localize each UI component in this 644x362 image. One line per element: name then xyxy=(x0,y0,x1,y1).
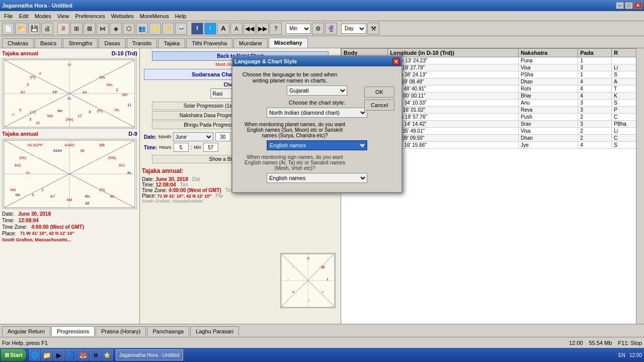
day-input[interactable] xyxy=(215,132,230,141)
chart2-sub: D-9 xyxy=(128,131,137,137)
tb-save[interactable]: 💾 xyxy=(28,23,40,35)
dialog-close-button[interactable]: ✕ xyxy=(392,58,399,65)
tab-laghu-parasari[interactable]: Laghu Parasari xyxy=(190,326,239,336)
cancel-button[interactable]: Cancel xyxy=(364,100,394,111)
ta-pla-abbr: Pla xyxy=(215,193,222,199)
long-11: 24 Li 35' 49.01" xyxy=(388,128,519,135)
svg-text:A1A4: A1A4 xyxy=(53,149,62,152)
ql-folder[interactable]: 📁 xyxy=(41,349,52,360)
ql-app2[interactable]: ⭐ xyxy=(102,349,113,360)
time-field-label: Time: xyxy=(144,145,157,150)
min-input[interactable] xyxy=(203,143,218,152)
dialog-title: Language & Chart Style xyxy=(234,58,297,64)
nak-8: Reva xyxy=(519,107,578,114)
tb-text2[interactable]: A xyxy=(230,23,243,35)
tb-astro5[interactable]: 🔮 xyxy=(325,23,337,35)
menu-websites[interactable]: Websites xyxy=(108,12,137,20)
menu-help[interactable]: Help xyxy=(172,12,190,20)
tb-fb[interactable]: f xyxy=(191,23,203,35)
svg-text:♀: ♀ xyxy=(287,278,289,281)
tab-tajaka[interactable]: Tajaka xyxy=(158,38,185,48)
menu-preferences[interactable]: Preferences xyxy=(72,12,108,20)
tab-strengths[interactable]: Strengths xyxy=(63,38,98,48)
start-button[interactable]: ⊞ Start xyxy=(1,349,26,361)
svg-text:A6₂: A6₂ xyxy=(107,83,112,86)
chart1-title: Tajaka annual xyxy=(2,50,38,56)
tb-chart5[interactable]: ⬡ xyxy=(123,23,135,35)
svg-text:12: 12 xyxy=(36,121,40,125)
long-7: 12 Sc 34' 10.33" xyxy=(388,100,519,107)
minimize-button[interactable]: ─ xyxy=(616,2,624,9)
chart1-sub: D-10 (Trd) xyxy=(112,50,137,56)
tb-print[interactable]: 🖨 xyxy=(41,23,53,35)
vertical-scrollbar[interactable] xyxy=(636,48,644,336)
tab-miscellany[interactable]: Miscellany xyxy=(269,38,308,48)
pada-10: 3 xyxy=(578,121,612,128)
ql-firefox[interactable]: 🦊 xyxy=(77,349,89,360)
tb-settings[interactable]: ⚒ xyxy=(367,23,379,35)
tab-mundane[interactable]: Mundane xyxy=(233,38,268,48)
help-text: For Help, press F1 xyxy=(2,340,48,346)
tb-help[interactable]: ? xyxy=(270,23,282,35)
tb-tw[interactable]: t xyxy=(204,23,216,35)
dialog-body: OK Cancel Choose the language to be used… xyxy=(232,66,401,192)
planet-names-select[interactable]: English names Sanskrit names xyxy=(267,140,367,150)
tab-panchaanga[interactable]: Panchaanga xyxy=(147,326,189,336)
svg-text:(ශ): (ශ) xyxy=(30,110,36,114)
tb-people[interactable]: 👥 xyxy=(136,23,148,35)
tab-dasas[interactable]: Dasas xyxy=(99,38,125,48)
quick-launch: 🌐 📁 ▶ 🔵 🦊 🖥 ⭐ xyxy=(27,349,115,360)
nak-5: Rohi xyxy=(519,85,578,93)
chart2-title: Tajaka annual xyxy=(2,131,38,137)
language-select[interactable]: Gujarati English Sanskrit Hindi Tamil xyxy=(287,85,347,96)
tab-tithi-pravesha[interactable]: Tithi Pravesha xyxy=(186,38,232,48)
tb-fwd[interactable]: ▶▶ xyxy=(257,23,269,35)
tab-chakras[interactable]: Chakras xyxy=(2,38,34,48)
f11-display: F11: Stop xyxy=(618,340,642,346)
menu-view[interactable]: View xyxy=(54,12,72,20)
tb-back[interactable]: ◀◀ xyxy=(244,23,256,35)
planet-names-prompt: When mentioning planet names, do you wan… xyxy=(239,122,350,138)
hours-input[interactable] xyxy=(174,143,189,152)
tb-open[interactable]: 📂 xyxy=(15,23,27,35)
ql-chrome[interactable]: 🔵 xyxy=(65,349,76,360)
ok-button[interactable]: OK xyxy=(364,86,394,98)
tb-astro1[interactable]: 🌟 xyxy=(149,23,161,35)
tb-chart3[interactable]: ⋈ xyxy=(97,23,109,35)
tb-day-select[interactable]: Day xyxy=(341,24,366,34)
tb-text1[interactable]: A xyxy=(217,23,229,35)
tb-chart1[interactable]: ⊞ xyxy=(70,23,83,35)
tab-prasna[interactable]: Prasna (Horary) xyxy=(96,326,146,336)
pada-lagna: 1 xyxy=(578,57,612,64)
close-button[interactable]: ✕ xyxy=(634,2,642,9)
tb-astro4[interactable]: ⚙ xyxy=(312,23,324,35)
tab-basics[interactable]: Basics xyxy=(35,38,62,48)
tb-astro2[interactable]: ⚡ xyxy=(162,23,174,35)
svg-text:A9₂: A9₂ xyxy=(99,75,105,79)
svg-text:Mn: Mn xyxy=(16,193,21,197)
ql-ie[interactable]: 🌐 xyxy=(29,349,40,360)
ql-media[interactable]: ▶ xyxy=(53,349,64,360)
tb-ashtaka[interactable]: ☰ xyxy=(57,23,69,35)
ql-app1[interactable]: 🖥 xyxy=(90,349,101,360)
chart-style-select[interactable]: North Indian (diamond chart) South India… xyxy=(267,108,367,118)
month-select[interactable]: June xyxy=(173,132,213,141)
toolbar: 📄 📂 💾 🖨 ☰ ⊞ ⊠ ⋈ ◈ ⬡ 👥 🌟 ⚡ 💀 f t A A ◀◀ ▶… xyxy=(0,21,644,36)
tb-new[interactable]: 📄 xyxy=(2,23,14,35)
svg-text:(Pl): (Pl) xyxy=(100,189,105,193)
tb-chart4[interactable]: ◈ xyxy=(110,23,122,35)
tb-astro3[interactable]: 💀 xyxy=(175,23,187,35)
maximize-button[interactable]: □ xyxy=(625,2,633,9)
menu-modes[interactable]: Modes xyxy=(32,12,54,20)
tb-min-select[interactable]: Min xyxy=(286,24,311,34)
tab-angular-return[interactable]: Angular Return xyxy=(2,326,50,336)
tb-chart2[interactable]: ⊠ xyxy=(84,23,96,35)
tab-transits[interactable]: Transits xyxy=(127,38,157,48)
tab-progressions[interactable]: Progressions xyxy=(51,326,95,336)
active-app-button[interactable]: Jagannatha Hora - Untitled xyxy=(116,349,183,360)
sign-names-select[interactable]: English names Sanskrit names xyxy=(267,173,367,183)
menu-moremenus[interactable]: MoreMenus xyxy=(137,12,172,20)
svg-text:A4: A4 xyxy=(83,90,87,94)
menu-edit[interactable]: Edit xyxy=(16,12,32,20)
menu-file[interactable]: File xyxy=(1,12,16,20)
